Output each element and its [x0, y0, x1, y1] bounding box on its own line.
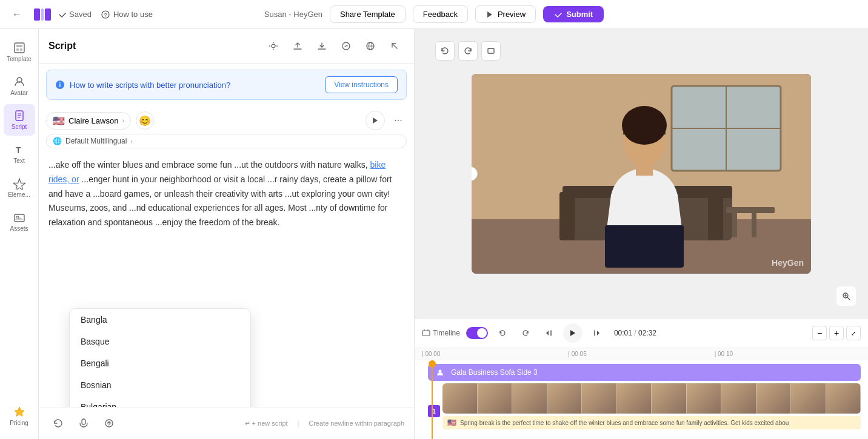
sidebar-item-pricing[interactable]: Pricing	[4, 400, 35, 432]
svg-rect-7	[16, 45, 22, 47]
microphone-button[interactable]	[74, 414, 93, 433]
video-frame-10	[756, 383, 792, 414]
script-content: ...ake off the winter blues and embrace …	[39, 151, 414, 407]
back-button[interactable]: ←	[7, 5, 27, 24]
topbar-left: ← Saved ? How to use	[7, 4, 259, 25]
timeline-play-button[interactable]	[563, 323, 583, 343]
svg-marker-61	[570, 330, 575, 336]
svg-rect-50	[605, 225, 684, 268]
svg-rect-31	[82, 419, 85, 424]
timeline-controls: Timeline 00:01	[415, 319, 868, 348]
main-layout: Template Avatar Script T Text Eleme... A…	[0, 29, 868, 439]
ai-button[interactable]	[336, 36, 356, 56]
video-frames-row: 1	[428, 383, 861, 414]
video-frame-6	[617, 383, 652, 414]
svg-marker-18	[15, 407, 24, 417]
svg-rect-34	[488, 48, 494, 53]
topbar-center: Susan - HeyGen Share Template Feedback P…	[264, 5, 604, 23]
language-dropdown: Bangla Basque Bengali Bosnian Bulgarian …	[69, 308, 251, 407]
svg-rect-45	[726, 207, 775, 213]
playhead[interactable]	[432, 360, 433, 439]
user-info: Susan - HeyGen	[264, 10, 322, 19]
timeline-toggle[interactable]	[466, 327, 488, 339]
collapse-panel-button[interactable]	[385, 36, 404, 56]
timeline-skip-forward-button[interactable]	[589, 325, 606, 342]
history-button[interactable]	[48, 414, 68, 433]
svg-rect-9	[20, 48, 22, 51]
script-text-area[interactable]: ...ake off the winter blues and embrace …	[39, 151, 414, 332]
scene-background-svg	[472, 74, 811, 274]
language-option-basque[interactable]: Basque	[70, 331, 250, 352]
video-frame-1	[442, 383, 478, 414]
avatar-name: Claire Lawson	[68, 116, 118, 125]
language-option-bulgarian[interactable]: Bulgarian	[70, 396, 250, 407]
zoom-in-button[interactable]: +	[829, 326, 844, 340]
zoom-preview-button[interactable]	[836, 286, 856, 306]
svg-rect-1	[41, 8, 44, 21]
share-template-button[interactable]: Share Template	[330, 5, 406, 23]
submit-button[interactable]: Submit	[543, 6, 604, 22]
svg-line-53	[847, 297, 850, 300]
feedback-button[interactable]: Feedback	[413, 5, 468, 23]
timeline-avatar-track: Gala Business Sofa Side 3	[428, 364, 861, 381]
view-instructions-button[interactable]: View instructions	[325, 76, 398, 93]
timeline-skip-back-button[interactable]	[540, 325, 557, 342]
aspect-ratio-button[interactable]	[481, 41, 501, 61]
avatar-selector: 🇺🇸 Claire Lawson › 😊 ···	[46, 111, 407, 130]
timeline-redo-button[interactable]	[517, 325, 534, 342]
play-button[interactable]	[366, 111, 385, 130]
language-option-bosnian[interactable]: Bosnian	[70, 374, 250, 396]
info-banner: i How to write scripts with better pronu…	[46, 70, 407, 100]
sidebar-item-elements[interactable]: Eleme...	[4, 172, 35, 203]
svg-marker-5	[487, 12, 492, 18]
video-frame-3	[512, 383, 547, 414]
heygen-watermark: HeyGen	[772, 258, 804, 268]
svg-rect-6	[15, 43, 24, 53]
sidebar-item-script[interactable]: Script	[4, 104, 35, 136]
track-avatar-icon	[434, 366, 446, 378]
timeline-ruler: | 00 00 | 00 05 | 00 10	[415, 348, 868, 360]
undo-button[interactable]	[435, 41, 455, 61]
script-panel: Script	[39, 29, 415, 439]
emoji-button[interactable]: 😊	[136, 111, 154, 130]
ruler-mark-1: | 00 05	[568, 351, 714, 357]
language-option-bengali[interactable]: Bengali	[70, 352, 250, 374]
saved-status: Saved	[58, 10, 92, 19]
sidebar-item-text[interactable]: T Text	[4, 138, 35, 170]
language-option-bangla[interactable]: Bangla	[70, 309, 250, 331]
video-frames-track	[442, 383, 861, 414]
sidebar-item-template[interactable]: Template	[4, 36, 35, 68]
video-frame-11	[791, 383, 826, 414]
avatar-chip[interactable]: 🇺🇸 Claire Lawson ›	[46, 112, 131, 130]
brightness-button[interactable]	[264, 36, 283, 56]
language-flag: 🌐	[53, 137, 62, 145]
download-button[interactable]	[312, 36, 332, 56]
more-options-button[interactable]: ···	[390, 112, 407, 129]
time-current: 00:01 / 02:32	[614, 329, 656, 337]
svg-rect-43	[559, 192, 575, 240]
avatar-row: 🇺🇸 Claire Lawson › 😊 ··· 🌐 Default Multi…	[39, 106, 414, 151]
language-name: Default Multilingual	[65, 137, 127, 145]
ruler-mark-2: | 00 10	[715, 351, 861, 357]
video-background: HeyGen ‹	[472, 74, 811, 274]
sidebar-item-avatar[interactable]: Avatar	[4, 70, 35, 102]
svg-rect-0	[34, 8, 40, 21]
logo-icon	[32, 4, 53, 25]
language-chip[interactable]: 🌐 Default Multilingual ›	[46, 134, 407, 148]
svg-rect-47	[752, 213, 756, 237]
video-frame-12	[826, 383, 861, 414]
upload-button[interactable]	[288, 36, 307, 56]
video-frame-7	[652, 383, 687, 414]
script-footer: ↵ + new script | Create newline within p…	[39, 407, 414, 439]
audio-upload-button[interactable]	[99, 414, 119, 433]
script-title: Script	[48, 41, 76, 51]
sidebar-item-assets[interactable]: Assets	[4, 206, 35, 237]
timeline-undo-button[interactable]	[494, 325, 511, 342]
redo-button[interactable]	[458, 41, 478, 61]
preview-button[interactable]: Preview	[475, 5, 536, 23]
how-to-use-button[interactable]: ? How to use	[96, 7, 158, 21]
translate-button[interactable]	[361, 36, 380, 56]
timeline-fullscreen-button[interactable]: ⤢	[846, 326, 861, 340]
footer-new-script-hint: ↵ + new script	[245, 420, 288, 427]
zoom-out-button[interactable]: −	[812, 326, 827, 340]
